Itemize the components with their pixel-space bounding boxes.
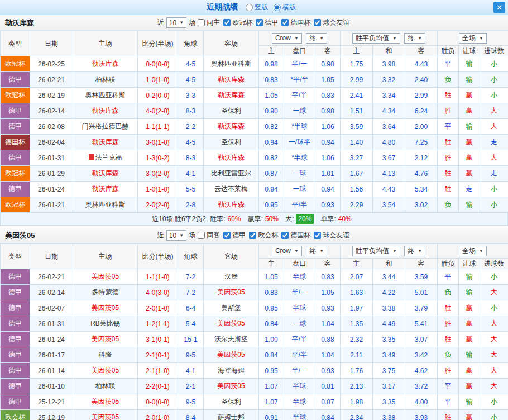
layout-vertical-radio[interactable]: 竖版 [246,3,268,12]
same-venue-checkbox[interactable]: 同主 [198,18,220,27]
corner-score: 2-1 [178,379,204,394]
europe-odds-select[interactable]: 胜平负均值▼ [352,33,400,44]
league-filter-checkbox[interactable]: 德国杯 [281,18,310,27]
league-filter-checkbox[interactable]: 德甲 [223,231,246,240]
home-team[interactable]: 科隆 [73,347,138,363]
away-team[interactable]: 海登海姆 [204,363,259,379]
result-goals: 小 [480,269,508,285]
horizontal-radio-input[interactable] [274,4,281,11]
league-filter-input[interactable] [256,19,263,26]
asia-home-odds: 1.07 [259,379,284,394]
away-team[interactable]: 圣保利 [204,135,259,150]
home-team[interactable]: 柏林联 [73,379,138,394]
away-team[interactable]: 勒沃库森 [204,150,259,166]
league-filter-checkbox[interactable]: 球会友谊 [314,18,349,27]
result-goals: 大 [480,332,508,347]
odds-stage-select[interactable]: 终▼ [306,246,327,256]
league-filter-checkbox[interactable]: 德国杯 [281,231,310,240]
home-team[interactable]: 柏林联 [73,72,138,88]
away-team[interactable]: 美因茨05 [204,347,259,363]
home-team[interactable]: 奥林匹亚科斯 [73,88,138,103]
europe-odds-select[interactable]: 胜平负均值▼ [352,246,400,256]
away-team[interactable]: 勒沃库森 [204,197,259,213]
league-filter-input[interactable] [281,232,289,239]
away-team[interactable]: 勒沃库森 [204,88,259,103]
league-filter-input[interactable] [223,19,231,26]
match-date: 26-02-04 [30,135,73,150]
match-date: 26-01-14 [30,363,73,379]
odds-company-select[interactable]: Crow▼ [272,246,302,256]
away-team[interactable]: 比利亚雷亚尔 [204,166,259,182]
same-venue-input[interactable] [198,19,205,26]
result-handicap: 赢 [459,379,480,394]
away-team[interactable]: 奥斯堡 [204,300,259,316]
home-team[interactable]: RB莱比锡 [73,316,138,332]
same-venue-input[interactable] [198,232,205,239]
europe-stage-select[interactable]: 终▼ [404,246,425,256]
asia-home-odds: 1.07 [259,394,284,410]
league-filter-checkbox[interactable]: 德甲 [256,18,278,27]
odds-stage-select[interactable]: 终▼ [306,33,327,44]
league-filter-input[interactable] [314,19,321,26]
home-team[interactable]: 勒沃库森 [73,103,138,119]
away-team[interactable]: 勒沃库森 [204,119,259,135]
home-team[interactable]: 勒沃库森 [73,182,138,197]
league-badge: 德甲 [1,269,30,285]
big-rate-label: 大: [285,214,294,224]
league-badge: 德国杯 [1,135,30,150]
home-team[interactable]: 美因茨05 [73,300,138,316]
europe-stage-select[interactable]: 终▼ [404,33,425,44]
asia-away-odds: 0.93 [315,197,341,213]
away-team[interactable]: 奥林匹亚科斯 [204,56,259,72]
home-team[interactable]: 门兴格拉德巴赫 [73,119,138,135]
away-team[interactable]: 沃尔夫斯堡 [204,332,259,347]
away-team[interactable]: 勒沃库森 [204,72,259,88]
result-goals: 大 [480,285,508,300]
home-team[interactable]: 多特蒙德 [73,285,138,300]
asia-home-odds: 0.95 [259,300,284,316]
home-team[interactable]: 勒沃库森 [73,135,138,150]
corner-score: 9-5 [178,394,204,410]
odds-company-select[interactable]: Crow▼ [272,33,302,44]
match-count-select[interactable]: 10▼ [166,230,186,241]
layout-horizontal-radio[interactable]: 横版 [274,3,296,12]
result-handicap: 赢 [459,150,480,166]
league-filter-checkbox[interactable]: 欧冠杯 [223,18,252,27]
result-wdl: 胜 [438,182,459,197]
scope-select[interactable]: 全场▼ [459,33,487,44]
away-team[interactable]: 圣保利 [204,103,259,119]
away-team[interactable]: 云达不莱梅 [204,182,259,197]
vertical-radio-input[interactable] [246,4,253,11]
match-score: 4-0(3-0) [138,285,178,300]
match-count-select[interactable]: 10▼ [166,17,186,28]
result-goals: 大 [480,150,508,166]
league-filter-input[interactable] [281,19,289,26]
euro-home-odds: 2.32 [341,332,373,347]
away-team[interactable]: 美因茨05 [204,285,259,300]
league-filter-checkbox[interactable]: 球会友谊 [314,231,349,240]
league-filter-input[interactable] [314,232,321,239]
home-team[interactable]: 奥林匹亚科斯 [73,197,138,213]
away-team[interactable]: 美因茨05 [204,316,259,332]
home-team[interactable]: 勒沃库森 [73,56,138,72]
league-filter-checkbox[interactable]: 欧会杯 [249,231,278,240]
match-row: 欧冠杯26-02-19奥林匹亚科斯0-2(0-0)3-3勒沃库森1.05平/半0… [1,88,508,103]
league-filter-input[interactable] [223,232,231,239]
away-team[interactable]: 汉堡 [204,269,259,285]
section-filter-bar: 勒沃库森 近 10▼ 场 同主 欧冠杯 德甲 德国杯 [0,15,508,31]
home-team[interactable]: 美因茨05 [73,269,138,285]
same-venue-checkbox[interactable]: 同客 [198,231,220,240]
league-filter-input[interactable] [249,232,256,239]
close-button[interactable]: ✕ [493,2,505,13]
away-team[interactable]: 萨姆士邦 [204,410,259,420]
home-team[interactable]: 勒沃库森 [73,166,138,182]
home-team[interactable]: 美因茨05 [73,394,138,410]
asia-away-odds: 0.94 [315,135,341,150]
home-team[interactable]: 美因茨05 [73,410,138,420]
away-team[interactable]: 美因茨05 [204,379,259,394]
home-team[interactable]: 美因茨05 [73,332,138,347]
home-team[interactable]: 法兰克福 [73,150,138,166]
home-team[interactable]: 美因茨05 [73,363,138,379]
away-team[interactable]: 圣保利 [204,394,259,410]
scope-select[interactable]: 全场▼ [459,246,487,256]
